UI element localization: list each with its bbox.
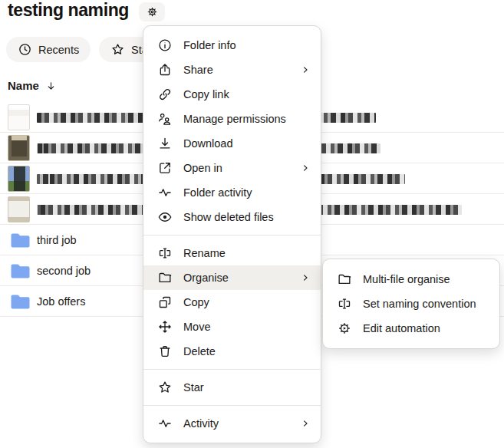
dark-photo-thumbnail: [8, 135, 30, 161]
folder-context-menu: Folder info Share Copy link: [143, 25, 321, 443]
menu-separator: [143, 405, 321, 406]
gear-icon: [146, 5, 159, 18]
menu-separator: [143, 369, 321, 370]
folder-icon: [10, 232, 31, 249]
menu-item-label: Multi-file organise: [363, 273, 450, 285]
menu-item-label: Copy link: [183, 88, 229, 100]
rename-icon: [157, 245, 173, 261]
download-icon: [157, 136, 173, 151]
menu-item-label: Set naming convention: [363, 298, 476, 310]
name-column-header[interactable]: Name: [8, 79, 56, 92]
filter-recents-label: Recents: [38, 44, 79, 56]
menu-item-manage-permissions[interactable]: Manage permissions: [143, 107, 321, 131]
menu-item-activity[interactable]: Activity: [143, 411, 321, 436]
menu-item-label: Organise: [183, 272, 229, 284]
star-icon: [157, 380, 173, 395]
menu-item-multi-file-organise[interactable]: Multi-file organise: [323, 267, 499, 292]
menu-item-label: Rename: [183, 247, 226, 259]
menu-item-label: Star: [183, 381, 204, 394]
activity-icon: [157, 416, 173, 431]
folder-name: third job: [37, 234, 77, 246]
folder-name: Job offers: [37, 295, 85, 308]
folder-outline-icon: [337, 272, 352, 287]
folder-icon: [10, 293, 31, 310]
menu-item-show-deleted-files[interactable]: Show deleted files: [143, 205, 321, 229]
menu-item-label: Edit automation: [363, 322, 440, 334]
menu-item-label: Download: [183, 137, 233, 150]
folder-icon: [10, 262, 31, 279]
people-icon: [157, 111, 173, 127]
file-browser-screen: testing naming Recents Star Name: [0, 0, 504, 448]
menu-item-open-in[interactable]: Open in: [143, 156, 321, 180]
share-icon: [157, 62, 173, 77]
menu-item-organise[interactable]: Organise: [143, 265, 321, 290]
trash-icon: [157, 344, 173, 359]
chevron-right-icon: [300, 64, 311, 75]
menu-item-delete[interactable]: Delete: [143, 339, 321, 364]
info-icon: [157, 38, 173, 53]
menu-item-edit-automation[interactable]: Edit automation: [323, 316, 499, 341]
menu-item-label: Show deleted files: [183, 211, 274, 223]
link-icon: [157, 87, 173, 102]
menu-item-star[interactable]: Star: [143, 375, 321, 400]
open-in-icon: [157, 160, 173, 176]
chevron-right-icon: [300, 418, 311, 429]
menu-separator: [143, 235, 321, 236]
menu-item-label: Share: [183, 64, 213, 76]
move-icon: [157, 319, 173, 334]
menu-item-label: Manage permissions: [183, 113, 286, 125]
menu-item-label: Move: [183, 321, 210, 333]
menu-item-folder-activity[interactable]: Folder activity: [143, 180, 321, 205]
menu-item-label: Open in: [183, 162, 222, 174]
menu-item-move[interactable]: Move: [143, 315, 321, 339]
menu-item-download[interactable]: Download: [143, 131, 321, 156]
organise-submenu: Multi-file organise Set naming conventio…: [322, 259, 500, 349]
folder-settings-button[interactable]: [139, 2, 165, 21]
menu-item-label: Copy: [183, 296, 209, 308]
menu-item-label: Folder activity: [183, 186, 252, 199]
receipt-thumbnail: [8, 104, 30, 130]
star-icon: [110, 42, 125, 57]
name-header-label: Name: [8, 79, 39, 92]
menu-item-rename[interactable]: Rename: [143, 241, 321, 265]
menu-item-copy-link[interactable]: Copy link: [143, 82, 321, 107]
folder-name: second job: [37, 265, 91, 277]
activity-icon: [157, 185, 173, 200]
menu-item-folder-info[interactable]: Folder info: [143, 33, 321, 58]
menu-item-label: Delete: [183, 345, 216, 357]
eye-icon: [157, 209, 173, 225]
menu-item-set-naming-convention[interactable]: Set naming convention: [323, 292, 499, 316]
copy-icon: [157, 295, 173, 310]
document-thumbnail: [8, 196, 30, 222]
menu-item-share[interactable]: Share: [143, 58, 321, 82]
filter-recents[interactable]: Recents: [6, 37, 91, 62]
menu-item-label: Activity: [183, 417, 219, 430]
arrow-down-icon: [46, 81, 56, 91]
chevron-right-icon: [300, 272, 311, 283]
page-title: testing naming: [8, 0, 129, 21]
menu-item-label: Folder info: [183, 39, 236, 51]
folder-outline-icon: [157, 270, 173, 285]
menu-item-copy[interactable]: Copy: [143, 290, 321, 315]
automation-gear-icon: [337, 321, 352, 336]
outdoor-photo-thumbnail: [8, 166, 30, 192]
rename-icon: [337, 296, 352, 311]
clock-icon: [18, 42, 32, 57]
chevron-right-icon: [300, 163, 311, 173]
